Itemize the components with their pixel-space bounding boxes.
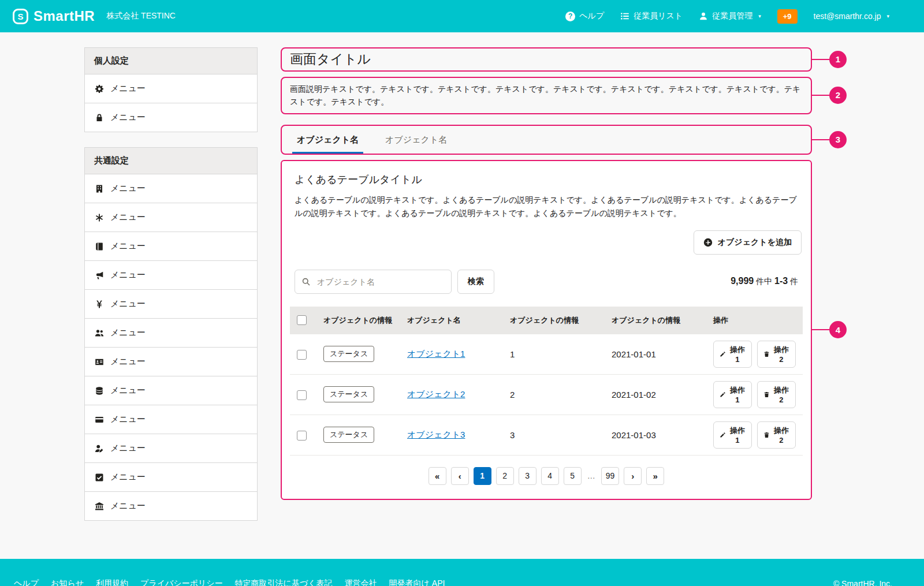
- sidebar-item-menu[interactable]: メニュー: [85, 376, 257, 405]
- pagination-next-button[interactable]: ›: [624, 467, 642, 485]
- pagination-page-5[interactable]: 5: [564, 467, 582, 485]
- column-header: 操作: [706, 307, 803, 334]
- action1-button[interactable]: 操作1: [713, 341, 752, 368]
- help-label: ヘルプ: [579, 11, 604, 21]
- sidebar-item-menu[interactable]: メニュー: [85, 319, 257, 348]
- page-layout: 個人設定 メニュー メニュー 共通設定 メニュー: [0, 32, 924, 559]
- annotated-tabs-area: オブジェクト名 オブジェクト名 3: [281, 125, 812, 155]
- sidebar-item-menu[interactable]: メニュー: [85, 174, 257, 203]
- action2-button[interactable]: 操作2: [757, 421, 796, 449]
- sidebar-item-menu[interactable]: メニュー: [85, 463, 257, 492]
- pagination-page-1[interactable]: 1: [474, 467, 491, 485]
- sidebar-item-menu[interactable]: メニュー: [85, 290, 257, 319]
- row-checkbox[interactable]: [297, 390, 307, 400]
- pagination-first-button[interactable]: «: [429, 467, 446, 485]
- pagination-page-99[interactable]: 99: [601, 467, 620, 485]
- sidebar-item-label: メニュー: [110, 112, 146, 123]
- pagination-page-3[interactable]: 3: [519, 467, 536, 485]
- status-badge: ステータス: [323, 346, 374, 362]
- footer-link-news[interactable]: お知らせ: [51, 578, 84, 586]
- search-field-wrap: [295, 270, 452, 294]
- sidebar-item-label: メニュー: [110, 501, 146, 512]
- column-header: オブジェクトの情報: [316, 307, 400, 334]
- tab-object-2[interactable]: オブジェクト名: [381, 126, 452, 154]
- search-button[interactable]: 検索: [457, 270, 494, 294]
- notification-count-badge[interactable]: +9: [777, 9, 798, 24]
- help-nav-item[interactable]: ? ヘルプ: [565, 11, 604, 21]
- pagination: « ‹ 1 2 3 4 5 … 99 › »: [290, 467, 803, 485]
- object-link[interactable]: オブジェクト1: [407, 349, 465, 359]
- action2-button[interactable]: 操作2: [757, 381, 796, 408]
- plus-circle-icon: [703, 238, 713, 247]
- pagination-page-4[interactable]: 4: [541, 467, 559, 485]
- result-count: 9,999 件中 1-3 件: [731, 276, 798, 287]
- footer-link-terms[interactable]: 利用規約: [96, 578, 128, 586]
- footer-link-help[interactable]: ヘルプ: [14, 578, 39, 586]
- pagination-page-2[interactable]: 2: [496, 467, 514, 485]
- row-checkbox[interactable]: [297, 350, 307, 360]
- pagination-ellipsis: …: [586, 471, 597, 480]
- search-input[interactable]: [295, 270, 452, 294]
- pagination-last-button[interactable]: »: [646, 467, 664, 485]
- sidebar-item-label: メニュー: [110, 443, 146, 454]
- help-circle-icon: ?: [565, 12, 575, 21]
- sidebar-item-menu[interactable]: メニュー: [85, 405, 257, 434]
- sidebar-item-label: メニュー: [110, 327, 146, 338]
- person-icon: [699, 12, 708, 21]
- account-dropdown[interactable]: test@smarthr.co.jp ▾: [814, 12, 889, 21]
- object-info-cell: 3: [503, 415, 605, 455]
- pagination-prev-button[interactable]: ‹: [451, 467, 469, 485]
- sidebar-item-menu[interactable]: メニュー: [85, 203, 257, 232]
- footer-link-company[interactable]: 運営会社: [345, 578, 377, 586]
- add-object-button[interactable]: オブジェクトを追加: [694, 230, 802, 255]
- app-footer: ヘルプ お知らせ 利用規約 プライバシーポリシー 特定商取引法に基づく表記 運営…: [0, 559, 924, 586]
- sidebar-item-menu[interactable]: メニュー: [85, 348, 257, 376]
- employee-mgmt-dropdown[interactable]: 従業員管理 ▾: [699, 11, 761, 21]
- employee-mgmt-label: 従業員管理: [712, 11, 752, 21]
- smarthr-logo[interactable]: S SmartHR: [13, 8, 95, 24]
- annotated-page-title-area: 画面タイトル 1: [281, 47, 812, 72]
- sidebar-item-label: メニュー: [110, 83, 146, 94]
- sidebar-item-menu[interactable]: メニュー: [85, 74, 257, 103]
- footer-link-developer-api[interactable]: 開発者向け API: [389, 578, 445, 586]
- employee-list-nav-item[interactable]: 従業員リスト: [620, 11, 683, 21]
- footer-link-privacy[interactable]: プライバシーポリシー: [140, 578, 223, 586]
- footer-link-commerce-law[interactable]: 特定商取引法に基づく表記: [235, 578, 333, 586]
- sidebar-item-label: メニュー: [110, 356, 146, 367]
- sidebar-item-menu[interactable]: メニュー: [85, 103, 257, 132]
- table-panel-description: よくあるテーブルの説明テキストです。よくあるテーブルの説明テキストです。よくある…: [295, 193, 798, 220]
- annotated-table-panel: よくあるテーブルタイトル よくあるテーブルの説明テキストです。よくあるテーブルの…: [281, 160, 812, 500]
- sidebar-item-label: メニュー: [110, 241, 146, 252]
- result-count-total: 9,999: [731, 276, 754, 286]
- yen-icon: [94, 299, 104, 309]
- object-link[interactable]: オブジェクト3: [407, 430, 465, 439]
- table-panel-title: よくあるテーブルタイトル: [295, 173, 798, 186]
- object-table: オブジェクトの情報 オブジェクト名 オブジェクトの情報 オブジェクトの情報 操作…: [290, 307, 803, 456]
- select-all-checkbox[interactable]: [297, 315, 307, 325]
- chevron-down-icon: ▾: [758, 13, 761, 19]
- trash-icon: [763, 350, 770, 358]
- trash-icon: [763, 391, 770, 398]
- sidebar-item-menu[interactable]: メニュー: [85, 232, 257, 261]
- pencil-icon: [720, 431, 726, 439]
- header-nav: ? ヘルプ 従業員リスト 従業員管理 ▾ +9 test@smarthr.co.…: [565, 9, 889, 24]
- status-badge: ステータス: [323, 386, 374, 402]
- person-edit-icon: [94, 443, 104, 453]
- sidebar-item-menu[interactable]: メニュー: [85, 261, 257, 290]
- row-actions: 操作1 操作2: [713, 381, 796, 408]
- row-checkbox[interactable]: [297, 431, 307, 441]
- sidebar-item-menu[interactable]: メニュー: [85, 434, 257, 463]
- action2-button[interactable]: 操作2: [757, 341, 796, 368]
- sidebar-section-title: 個人設定: [85, 48, 257, 74]
- column-header: オブジェクトの情報: [503, 307, 605, 334]
- sidebar-section-title: 共通設定: [85, 148, 257, 174]
- tab-object-1[interactable]: オブジェクト名: [292, 126, 363, 154]
- action1-button[interactable]: 操作1: [713, 421, 752, 449]
- sidebar-item-menu[interactable]: メニュー: [85, 492, 257, 520]
- object-link[interactable]: オブジェクト2: [407, 389, 465, 399]
- action1-button[interactable]: 操作1: [713, 381, 752, 408]
- smarthr-logo-text: SmartHR: [33, 8, 95, 24]
- table-row: ステータス オブジェクト2 2 2021-01-02 操作1: [290, 374, 803, 415]
- object-date-cell: 2021-01-03: [605, 415, 706, 455]
- add-object-button-label: オブジェクトを追加: [718, 237, 792, 248]
